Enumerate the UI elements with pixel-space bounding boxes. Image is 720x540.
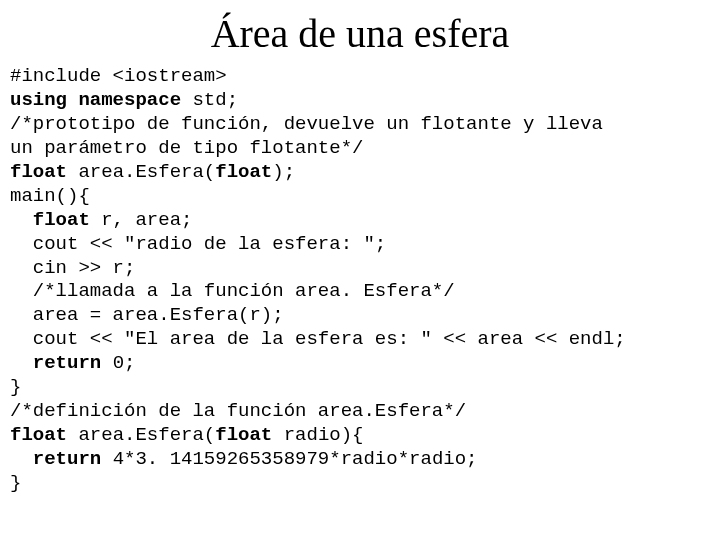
code-keyword: return	[10, 448, 113, 470]
code-comment: /*prototipo de función, devuelve un flot…	[10, 113, 603, 135]
code-keyword: float	[10, 424, 78, 446]
code-keyword: using namespace	[10, 89, 192, 111]
slide: Área de una esfera #include <iostream> u…	[0, 0, 720, 540]
code-text: cout << "El area de la esfera es: " << a…	[10, 328, 626, 350]
code-line: #include <iostream>	[10, 65, 227, 87]
code-text: area.Esfera(	[78, 424, 215, 446]
code-text: );	[272, 161, 295, 183]
code-text: 4*3. 14159265358979*radio*radio;	[113, 448, 478, 470]
code-text: main(){	[10, 185, 90, 207]
code-text: radio){	[284, 424, 364, 446]
code-text: r, area;	[101, 209, 192, 231]
code-keyword: return	[10, 352, 113, 374]
code-text: 0;	[113, 352, 136, 374]
code-keyword: float	[10, 209, 101, 231]
code-text: area = area.Esfera(r);	[10, 304, 284, 326]
code-keyword: float	[215, 424, 283, 446]
code-text: area.Esfera(	[78, 161, 215, 183]
code-text: cin >> r;	[10, 257, 135, 279]
code-keyword: float	[10, 161, 78, 183]
code-block: #include <iostream> using namespace std;…	[0, 65, 720, 496]
code-text: std;	[192, 89, 238, 111]
code-text: }	[10, 472, 21, 494]
code-text: }	[10, 376, 21, 398]
code-comment: /*llamada a la función area. Esfera*/	[10, 280, 455, 302]
code-comment: un parámetro de tipo flotante*/	[10, 137, 363, 159]
code-text: cout << "radio de la esfera: ";	[10, 233, 386, 255]
slide-title: Área de una esfera	[0, 0, 720, 65]
code-comment: /*definición de la función area.Esfera*/	[10, 400, 466, 422]
code-keyword: float	[215, 161, 272, 183]
